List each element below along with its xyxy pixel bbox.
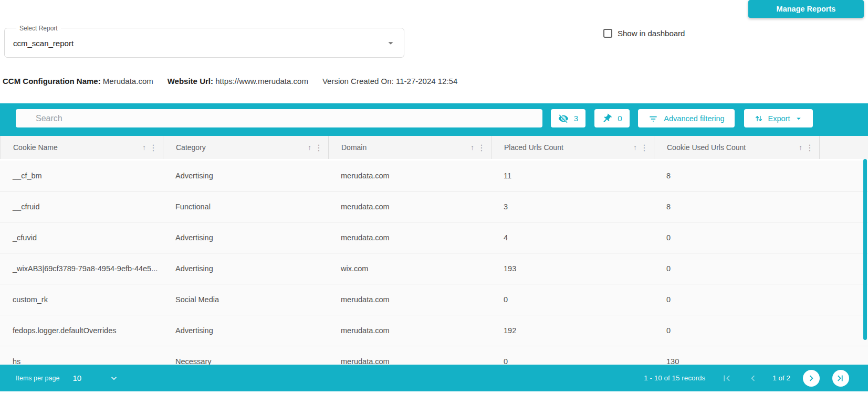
search-input[interactable] <box>16 109 542 127</box>
cell-domain: merudata.com <box>328 191 491 222</box>
cell-cookie-name: __cf_bm <box>0 161 163 191</box>
column-menu-icon[interactable]: ⋮ <box>477 143 486 153</box>
chevron-down-icon <box>794 114 803 123</box>
sort-arrow-icon[interactable]: ↑ <box>470 143 474 152</box>
advanced-filtering-label: Advanced filtering <box>664 114 724 123</box>
column-menu-icon[interactable]: ⋮ <box>640 143 649 153</box>
cell-placed-urls-count: 3 <box>491 191 654 222</box>
cell-category: Social Media <box>163 284 328 315</box>
report-select-label: Select Report <box>16 25 61 32</box>
items-per-page-label: Items per page <box>16 375 59 382</box>
column-header-label: Cookie Name <box>13 143 58 152</box>
config-name-info: CCM Configuration Name: Merudata.com <box>3 77 153 86</box>
page-indicator: 1 of 2 <box>772 374 790 382</box>
report-select-value: ccm_scan_report <box>13 38 74 47</box>
column-menu-icon[interactable]: ⋮ <box>149 143 158 153</box>
cell-domain: merudata.com <box>328 284 491 315</box>
config-name-label: CCM Configuration Name: <box>3 77 101 86</box>
cell-domain: merudata.com <box>328 161 491 191</box>
show-in-dashboard-toggle[interactable]: Show in dashboard <box>603 29 685 38</box>
chevron-down-icon <box>385 37 396 49</box>
table-row: __cf_bm Advertising merudata.com 11 8 <box>0 161 868 191</box>
column-header-label: Cookie Used Urls Count <box>667 143 746 152</box>
cell-placed-urls-count: 192 <box>491 315 654 346</box>
sort-arrows-icon <box>754 113 764 124</box>
config-name-value: Merudata.com <box>103 77 153 86</box>
table-row: __cfruid Functional merudata.com 3 8 <box>0 191 868 222</box>
chevron-right-icon <box>806 372 817 384</box>
ccm-scan-report-page: Manage Reports Select Report ccm_scan_re… <box>0 0 868 394</box>
column-header-cookie-name[interactable]: Cookie Name ↑⋮ <box>1 136 163 159</box>
column-menu-icon[interactable]: ⋮ <box>315 143 323 153</box>
column-header-label: Category <box>176 143 206 152</box>
table-body: __cf_bm Advertising merudata.com 11 8 __… <box>0 161 868 365</box>
pagination-footer: Items per page 10 1 - 10 of 15 records 1… <box>0 365 868 391</box>
show-in-dashboard-checkbox[interactable] <box>603 29 612 38</box>
version-created-info: Version Created On: 11-27-2024 12:54 <box>322 77 457 86</box>
pin-off-icon <box>602 113 612 124</box>
table-header-row: Cookie Name ↑⋮ Category ↑⋮ Domain ↑⋮ Pla… <box>0 136 868 159</box>
cell-cookie-used-urls-count: 0 <box>654 315 819 346</box>
table-toolbar: 3 0 Advanced filtering Export <box>0 103 868 136</box>
items-per-page-select[interactable]: 10 <box>72 373 119 384</box>
column-header-cookie-used-urls-count[interactable]: Cookie Used Urls Count ↑⋮ <box>654 136 820 159</box>
show-in-dashboard-label: Show in dashboard <box>618 29 685 38</box>
cell-cookie-name: hs <box>0 346 163 365</box>
export-label: Export <box>768 114 790 123</box>
pager: 1 - 10 of 15 records 1 of 2 <box>644 370 849 387</box>
website-url-value: https://www.merudata.com <box>215 77 308 86</box>
cell-cookie-used-urls-count: 130 <box>654 346 819 365</box>
column-header-label: Domain <box>341 143 367 152</box>
sort-arrow-icon[interactable]: ↑ <box>142 143 146 152</box>
cell-placed-urls-count: 193 <box>491 253 654 284</box>
cell-placed-urls-count: 11 <box>491 161 654 191</box>
cell-domain: wix.com <box>328 253 491 284</box>
cell-placed-urls-count: 4 <box>491 222 654 253</box>
first-page-button[interactable] <box>720 371 734 385</box>
hidden-columns-button[interactable]: 3 <box>551 109 585 127</box>
column-header-category[interactable]: Category ↑⋮ <box>163 136 329 159</box>
cell-placed-urls-count: 0 <box>491 346 654 365</box>
version-created-value: 11-27-2024 12:54 <box>396 77 457 86</box>
cell-cookie-used-urls-count: 8 <box>654 161 819 191</box>
vertical-scrollbar[interactable] <box>863 159 867 340</box>
last-page-button[interactable] <box>832 370 849 387</box>
website-url-info: Website Url: https://www.merudata.com <box>168 77 308 86</box>
last-page-icon <box>835 372 846 384</box>
column-menu-icon[interactable]: ⋮ <box>806 143 814 153</box>
sort-arrow-icon[interactable]: ↑ <box>633 143 637 152</box>
records-count: 1 - 10 of 15 records <box>644 374 705 382</box>
cell-category: Advertising <box>163 315 328 346</box>
next-page-button[interactable] <box>803 370 820 387</box>
sort-arrow-icon[interactable]: ↑ <box>799 143 802 152</box>
cell-cookie-name: _wixAB3|69cf3789-79a8-4954-9efb-44e5... <box>0 253 163 284</box>
cell-category: Advertising <box>163 253 328 284</box>
column-header-domain[interactable]: Domain ↑⋮ <box>329 136 491 159</box>
pinned-columns-button[interactable]: 0 <box>594 109 630 127</box>
cell-cookie-used-urls-count: 0 <box>654 284 819 315</box>
pinned-columns-count: 0 <box>618 114 622 123</box>
chevron-left-icon <box>747 372 759 384</box>
report-select[interactable]: Select Report ccm_scan_report <box>4 28 404 58</box>
cell-domain: merudata.com <box>328 315 491 346</box>
cell-domain: merudata.com <box>328 346 491 365</box>
export-button[interactable]: Export <box>744 109 813 127</box>
chevron-down-icon <box>109 373 119 384</box>
cookie-table: Cookie Name ↑⋮ Category ↑⋮ Domain ↑⋮ Pla… <box>0 136 868 365</box>
cell-cookie-name: __cfruid <box>0 191 163 222</box>
table-row: _cfuvid Advertising merudata.com 4 0 <box>0 222 868 253</box>
column-header-filler <box>820 136 868 159</box>
manage-reports-button[interactable]: Manage Reports <box>748 0 864 18</box>
sort-arrow-icon[interactable]: ↑ <box>308 143 311 152</box>
table-row: _wixAB3|69cf3789-79a8-4954-9efb-44e5... … <box>0 253 868 284</box>
items-per-page-value: 10 <box>72 374 81 382</box>
column-header-placed-urls-count[interactable]: Placed Urls Count ↑⋮ <box>491 136 654 159</box>
table-row: fedops.logger.defaultOverrides Advertisi… <box>0 315 868 346</box>
report-info-bar: CCM Configuration Name: Merudata.com Web… <box>3 77 457 86</box>
table-row: custom_rk Social Media merudata.com 0 0 <box>0 284 868 315</box>
advanced-filtering-button[interactable]: Advanced filtering <box>638 109 735 127</box>
cell-cookie-name: fedops.logger.defaultOverrides <box>0 315 163 346</box>
previous-page-button[interactable] <box>746 371 760 385</box>
cell-cookie-name: custom_rk <box>0 284 163 315</box>
cell-domain: merudata.com <box>328 222 491 253</box>
